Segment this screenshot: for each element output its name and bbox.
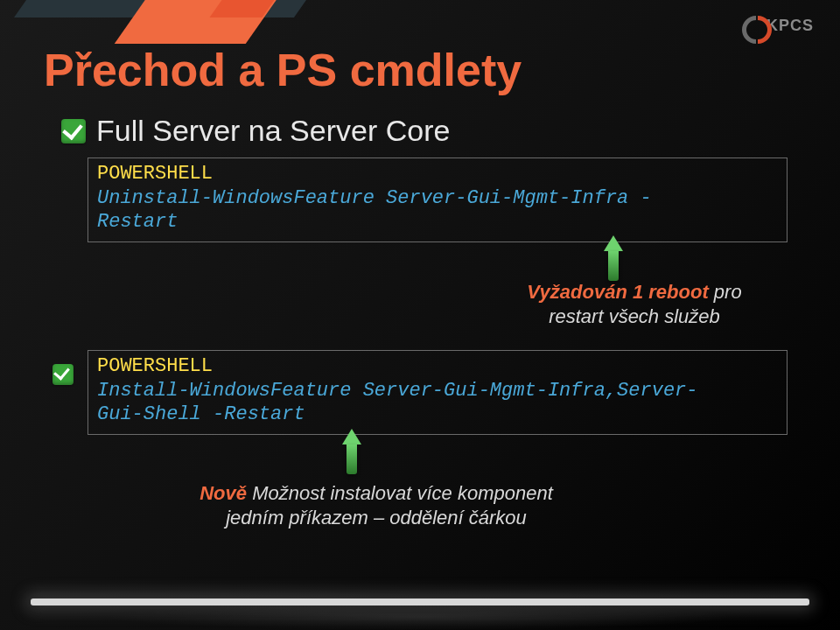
annotation-2-rest: Možnost instalovat více komponent jedním… — [226, 482, 553, 528]
slide-title: Přechod a PS cmdlety — [44, 44, 522, 96]
code-2-line-1: Install-WindowsFeature Server-Gui-Mgmt-I… — [97, 379, 778, 403]
annotation-1-highlight: Vyžadován 1 reboot — [527, 281, 708, 303]
code-1-label: POWERSHELL — [97, 162, 778, 186]
bottom-bar — [31, 598, 809, 606]
code-1-line-2: Restart — [97, 210, 778, 234]
code-box-1: POWERSHELL Uninstall-WindowsFeature Serv… — [88, 158, 788, 242]
bullet-2 — [52, 359, 74, 385]
slide: KPCS Přechod a PS cmdlety Full Server na… — [0, 0, 840, 630]
arrow-up-icon — [607, 235, 620, 281]
code-1-line-1: Uninstall-WindowsFeature Server-Gui-Mgmt… — [97, 186, 778, 211]
logo-icon — [742, 16, 761, 35]
bullet-1-text: Full Server na Server Core — [96, 114, 450, 148]
code-box-2: POWERSHELL Install-WindowsFeature Server… — [88, 350, 788, 435]
bottom-shadow — [105, 604, 735, 630]
logo: KPCS — [742, 16, 814, 35]
code-2-line-2: Gui-Shell -Restart — [97, 402, 778, 427]
check-icon — [52, 364, 74, 385]
check-icon — [61, 119, 86, 144]
annotation-2-highlight: Nově — [200, 482, 247, 504]
arrow-up-icon — [346, 429, 358, 474]
logo-text: KPCS — [766, 17, 814, 35]
annotation-2: Nově Možnost instalovat více komponent j… — [184, 481, 569, 529]
annotation-1: Vyžadován 1 reboot pro restart všech slu… — [516, 280, 752, 328]
bullet-1: Full Server na Server Core — [61, 114, 450, 148]
code-2-label: POWERSHELL — [97, 354, 778, 379]
